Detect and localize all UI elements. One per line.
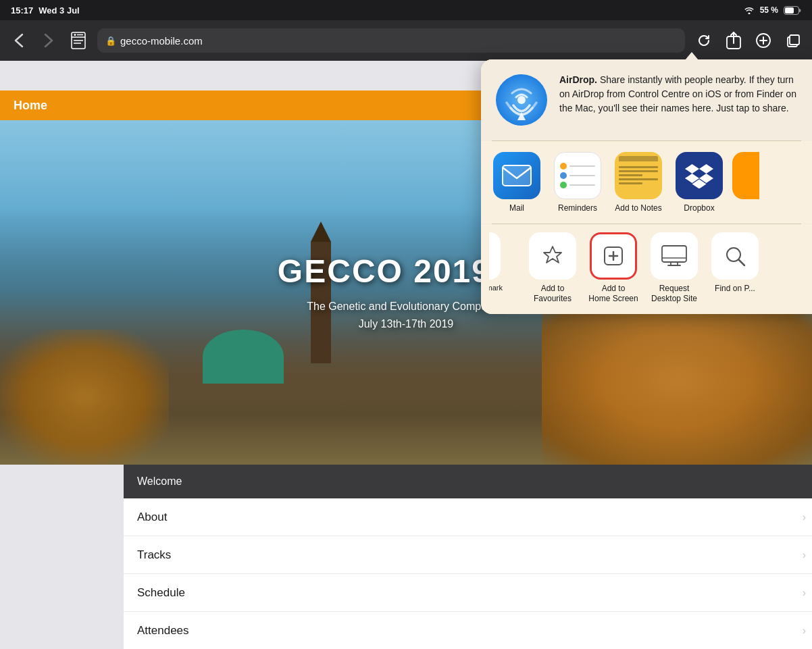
favourites-button[interactable] [529,232,576,280]
action-item-desktop-site[interactable]: RequestDesktop Site [646,232,702,303]
notes-inner [615,152,662,199]
battery-icon [784,6,801,15]
reminders-app-label: Reminders [558,203,597,213]
home-screen-label: Add toHome Screen [588,284,638,303]
rem-line-2 [569,175,595,176]
svg-rect-10 [790,35,799,45]
url-bar[interactable]: 🔒 gecco-mobile.com [97,28,685,53]
mail-app-icon [493,152,540,199]
hero-subtitle-line2: July 13th-17th 2019 [278,315,534,333]
desktop-site-label: RequestDesktop Site [651,284,697,303]
share-sheet: AirDrop. Share instantly with people nea… [481,59,812,314]
menu-item-about-label: About [137,511,167,524]
share-arrow [685,52,699,60]
svg-rect-13 [503,165,531,186]
svg-rect-1 [785,7,794,14]
menu-item-about[interactable]: About › [124,498,812,536]
bookmarks-button[interactable] [68,30,89,51]
note-line-4 [619,178,658,180]
app-item-mail[interactable]: Mail [489,152,544,213]
autumn-foliage-left [0,330,169,465]
menu-item-attendees-label: Attendees [137,624,189,638]
find-page-label: Find on P... [715,284,755,293]
dropbox-app-icon [676,152,723,199]
app-item-reminders[interactable]: Reminders [550,152,605,213]
rem-row-3 [560,182,595,188]
find-page-button[interactable] [711,232,759,280]
welcome-bar: Welcome [124,465,812,498]
star-icon [542,245,563,267]
status-bar: 15:17 Wed 3 Jul 55 % [0,0,812,20]
page-nav-title: Home [14,99,47,113]
app-item-partial [732,152,759,213]
action-item-find-page[interactable]: Find on P... [707,232,763,303]
svg-point-12 [517,96,526,104]
app-item-notes[interactable]: Add to Notes [611,152,666,213]
status-bar-right: 55 % [744,5,801,15]
mail-app-label: Mail [509,203,524,213]
airdrop-section: AirDrop. Share instantly with people nea… [481,59,812,140]
tracks-chevron-icon: › [803,549,806,561]
reload-button[interactable] [693,30,715,51]
monitor-icon [661,245,687,267]
action-item-favourites[interactable]: Add toFavourites [525,232,580,303]
home-screen-button[interactable] [590,232,637,280]
new-tab-button[interactable] [753,30,774,51]
rem-dot-orange [560,163,567,170]
tabs-button[interactable] [782,30,804,51]
actions-row: Bookmark Add toFavourites Add toHome Scr… [481,224,812,314]
rem-line-1 [569,165,595,167]
airdrop-icon [494,73,549,127]
forward-button[interactable] [38,30,59,51]
partial-bookmark-btn [489,232,501,280]
notes-app-label: Add to Notes [615,203,661,213]
partial-bookmark-container: Bookmark [489,232,519,303]
reminders-inner [555,153,601,199]
rem-row-2 [560,172,595,179]
airdrop-svg [494,73,549,127]
note-line-1 [619,166,658,168]
menu-item-tracks-label: Tracks [137,548,171,562]
url-text: gecco-mobile.com [120,35,203,47]
menu-item-tracks[interactable]: Tracks › [124,536,812,574]
menu-item-attendees[interactable]: Attendees › [124,612,812,649]
airdrop-description: AirDrop. Share instantly with people nea… [559,73,798,115]
schedule-chevron-icon: › [803,587,806,599]
apps-row: Mail [481,141,812,224]
share-button[interactable] [723,30,744,51]
desktop-site-button[interactable] [651,232,698,280]
welcome-label: Welcome [137,475,182,488]
rem-dot-green [560,182,567,188]
action-item-home-screen[interactable]: Add toHome Screen [586,232,641,303]
menu-item-schedule[interactable]: Schedule › [124,574,812,612]
svg-rect-16 [662,246,686,262]
airdrop-title: AirDrop. [559,74,597,85]
dropbox-app-label: Dropbox [684,203,714,213]
note-line-5 [619,182,642,184]
notes-app-icon [615,152,662,199]
reminders-app-icon [554,152,601,199]
battery-text: 55 % [760,5,778,15]
attendees-chevron-icon: › [803,625,806,637]
wifi-icon [744,6,755,14]
app-item-dropbox[interactable]: Dropbox [671,152,727,213]
search-icon [724,245,746,267]
svg-point-17 [727,248,740,261]
rem-row-1 [560,163,595,170]
about-chevron-icon: › [803,511,806,523]
time: 15:17 [11,5,33,16]
status-bar-left: 15:17 Wed 3 Jul [11,5,80,16]
mail-envelope-icon [502,165,532,186]
hero-dome [203,330,284,384]
favourites-label: Add toFavourites [534,284,572,303]
back-button[interactable] [8,30,30,51]
note-line-3 [619,174,642,176]
rem-dot-blue [560,172,567,179]
lock-icon: 🔒 [105,36,116,46]
note-line-2 [619,170,658,172]
partial-app-icon [732,152,759,199]
partial-bookmark-label: Bookmark [489,284,503,292]
rem-line-3 [569,184,595,186]
autumn-foliage [542,296,812,465]
date: Wed 3 Jul [39,5,79,16]
